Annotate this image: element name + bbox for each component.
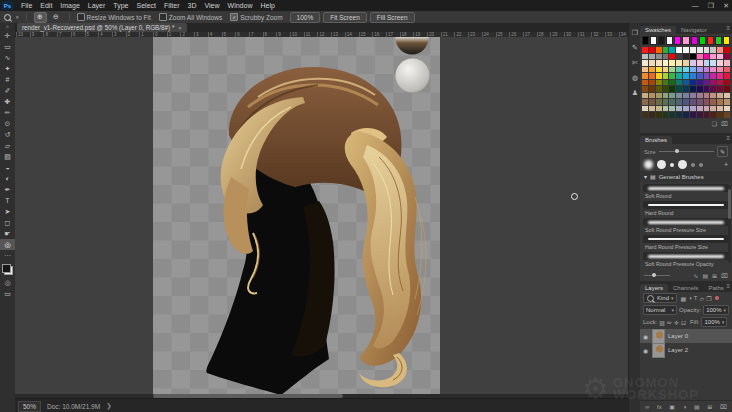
- new-brush-icon[interactable]: ⊞: [712, 272, 717, 279]
- swatch[interactable]: [669, 106, 675, 112]
- swatch[interactable]: [656, 80, 662, 86]
- path-selection-tool[interactable]: ➤: [0, 206, 15, 217]
- swatch[interactable]: [704, 93, 710, 99]
- brush-item-soft-round-pressure-size[interactable]: Soft Round Pressure Size: [643, 218, 729, 233]
- swatch[interactable]: [663, 86, 669, 92]
- swatch[interactable]: [663, 60, 669, 66]
- swatch[interactable]: [710, 99, 716, 105]
- swatch[interactable]: [642, 99, 648, 105]
- option-zoom-all-windows[interactable]: Zoom All Windows: [159, 13, 222, 21]
- swatch[interactable]: [690, 112, 696, 118]
- swatch[interactable]: [724, 47, 730, 53]
- document-canvas[interactable]: [153, 37, 440, 398]
- brush-item-soft-round[interactable]: Soft Round: [643, 184, 729, 199]
- tab-brushes[interactable]: Brushes: [640, 136, 672, 144]
- swatch[interactable]: [710, 106, 716, 112]
- swatch[interactable]: [669, 99, 675, 105]
- dodge-tool[interactable]: ◐: [0, 173, 15, 184]
- swatch[interactable]: [669, 67, 675, 73]
- swatch[interactable]: [642, 112, 648, 118]
- collapsed-clone-source-panel-icon[interactable]: ✄: [632, 59, 638, 67]
- swatch[interactable]: [697, 93, 703, 99]
- fill-screen-button[interactable]: Fill Screen: [370, 12, 415, 23]
- status-zoom-field[interactable]: 50%: [18, 401, 41, 412]
- swatch[interactable]: [682, 36, 689, 45]
- swatch[interactable]: [717, 106, 723, 112]
- swatch[interactable]: [704, 60, 710, 66]
- swatch[interactable]: [690, 73, 696, 79]
- swatch[interactable]: [683, 99, 689, 105]
- healing-brush-tool[interactable]: ✚: [0, 96, 15, 107]
- swatch[interactable]: [690, 99, 696, 105]
- brush-preview-toggle-button[interactable]: ✎: [717, 146, 728, 157]
- round-preset[interactable]: [678, 160, 687, 169]
- menu-help[interactable]: Help: [256, 2, 278, 9]
- blur-tool[interactable]: ◒: [0, 162, 15, 173]
- brush-list-scrollbar-thumb[interactable]: [728, 189, 731, 219]
- swatch[interactable]: [642, 36, 649, 45]
- edit-toolbar-button[interactable]: ⋯: [0, 250, 15, 261]
- layer-filter-kind-dropdown[interactable]: Kind ▾: [643, 293, 677, 303]
- swatch[interactable]: [717, 99, 723, 105]
- swatch[interactable]: [704, 99, 710, 105]
- swatch[interactable]: [669, 80, 675, 86]
- swatch[interactable]: [710, 47, 716, 53]
- link-layers-icon[interactable]: ∞: [645, 404, 649, 410]
- lock-position-icon[interactable]: ✛: [674, 319, 679, 326]
- swatch[interactable]: [676, 106, 682, 112]
- menu-layer[interactable]: Layer: [84, 2, 110, 9]
- swatch[interactable]: [676, 112, 682, 118]
- swatch[interactable]: [656, 54, 662, 60]
- swatch[interactable]: [649, 60, 655, 66]
- swatch[interactable]: [642, 80, 648, 86]
- shape-tool[interactable]: ◻: [0, 217, 15, 228]
- swatch[interactable]: [690, 80, 696, 86]
- swatch[interactable]: [697, 54, 703, 60]
- swatch[interactable]: [704, 67, 710, 73]
- swatch[interactable]: [724, 86, 730, 92]
- swatch[interactable]: [724, 60, 730, 66]
- swatch[interactable]: [676, 60, 682, 66]
- swatch[interactable]: [683, 73, 689, 79]
- tab-paths[interactable]: Paths: [703, 284, 728, 292]
- brush-size-slider[interactable]: [659, 151, 714, 152]
- brush-tool[interactable]: ✏: [0, 107, 15, 118]
- swatch[interactable]: [674, 36, 681, 45]
- swatch[interactable]: [717, 54, 723, 60]
- checkbox-resize-windows-to-fit[interactable]: [77, 13, 85, 21]
- lasso-tool[interactable]: ∿: [0, 52, 15, 63]
- menu-window[interactable]: Window: [224, 2, 257, 9]
- blend-mode-dropdown[interactable]: Normal ▾: [643, 305, 677, 315]
- swatch[interactable]: [697, 80, 703, 86]
- zoom-in-button[interactable]: ⊕: [34, 12, 47, 23]
- swatch[interactable]: [676, 67, 682, 73]
- swatch[interactable]: [676, 86, 682, 92]
- swatch[interactable]: [642, 106, 648, 112]
- swatch[interactable]: [669, 60, 675, 66]
- layer-row-layer-2[interactable]: ◉Layer 2: [640, 343, 732, 357]
- swatch[interactable]: [717, 86, 723, 92]
- swatch[interactable]: [707, 36, 714, 45]
- swatch[interactable]: [710, 86, 716, 92]
- swatch[interactable]: [669, 112, 675, 118]
- layer-row-layer-0[interactable]: ◉Layer 0: [640, 329, 732, 343]
- swatch[interactable]: [642, 67, 648, 73]
- brush-folder-icon[interactable]: ▤: [702, 272, 708, 279]
- collapsed-brush-settings-panel-icon[interactable]: ✎: [632, 44, 638, 52]
- swatch[interactable]: [710, 93, 716, 99]
- swatch[interactable]: [669, 54, 675, 60]
- lock-all-icon[interactable]: ⊡: [681, 319, 686, 326]
- small-dot-preset[interactable]: [670, 163, 674, 167]
- crop-tool[interactable]: #: [0, 74, 15, 85]
- collapsed-character-panel-icon[interactable]: ♟: [632, 89, 638, 97]
- swatch[interactable]: [650, 36, 657, 45]
- swatch[interactable]: [663, 112, 669, 118]
- swatch[interactable]: [724, 80, 730, 86]
- swatch[interactable]: [717, 93, 723, 99]
- opacity-dropdown[interactable]: 100% ▾: [703, 305, 729, 315]
- screen-mode-button[interactable]: ▭: [0, 288, 15, 299]
- swatch[interactable]: [724, 73, 730, 79]
- filter-type-layers-icon[interactable]: T: [694, 295, 698, 302]
- swatch[interactable]: [663, 80, 669, 86]
- swatch[interactable]: [649, 67, 655, 73]
